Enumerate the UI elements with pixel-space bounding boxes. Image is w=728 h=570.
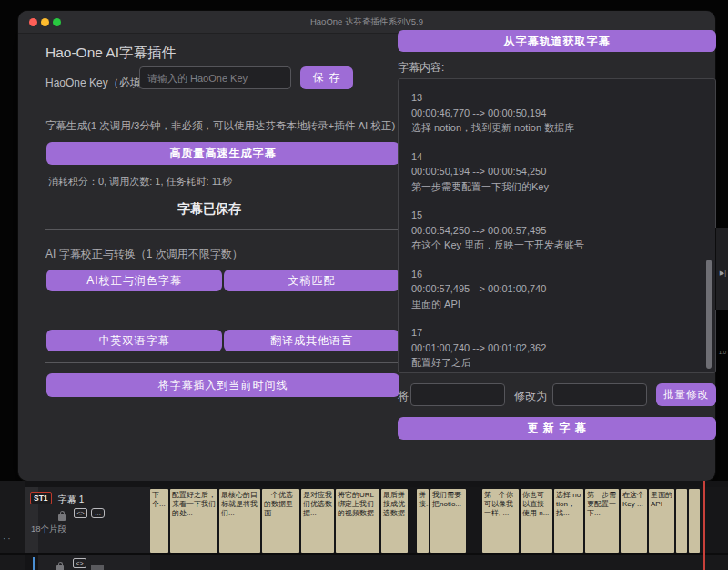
subtitle-content-label: 字幕内容: [398,60,444,76]
replace-prefix-label: 将 [398,389,409,404]
replace-middle-label: 修改为 [514,389,547,404]
timeline-clip[interactable]: 在这个 Key ... [621,489,647,553]
subtitle-list: 13 00:00:46,770 --> 00:00:50,194 选择 noti… [399,79,715,373]
timeline-gap [468,489,482,553]
background-zoom-value: 1.0 [719,350,726,355]
subtitle-entry: 17 00:01:00,740 --> 00:01:02,362 配置好了之后 [411,325,703,371]
timeline-clip[interactable]: 最后拼接成优选数据 [381,489,408,553]
subtitle-bubble-icon[interactable]: … [91,508,105,518]
plugin-window: HaoOne 达芬奇插件系列V5.9 Hao-One AI字幕插件 HaoOne… [18,11,715,481]
scrollbar-thumb[interactable] [706,260,712,369]
background-app-edge [715,228,728,310]
more-dots-icon: ·· [3,534,13,544]
fetch-from-track-button[interactable]: 从字幕轨道获取字幕 [398,30,716,52]
track-badge: ST1 [30,492,52,504]
bilingual-button[interactable]: 中英双语字幕 [46,330,222,351]
generate-note: 字幕生成(1 次调用/3分钟，非必须，可以使用达芬奇本地转录+插件 AI 校正) [46,119,400,133]
lock-icon[interactable] [58,508,66,524]
timeline-clip[interactable]: 最核心的目标就是将我们... [219,489,260,553]
divider [46,362,399,363]
timeline-clip[interactable]: 将它的URL绑定上我们的视频数据 [336,489,379,553]
insert-to-timeline-button[interactable]: 将字幕插入到当前时间线 [46,373,399,397]
timeline-clip[interactable]: 里面的 API [649,489,674,553]
second-track-header[interactable]: <> [38,555,150,570]
saved-status: 字幕已保存 [27,201,391,218]
subtitle-content-box[interactable]: 13 00:00:46,770 --> 00:00:50,194 选择 noti… [398,78,716,373]
subtitle-entry: 15 00:00:54,250 --> 00:00:57,495 在这个 Key… [411,208,703,253]
timeline-clip[interactable]: 第一个你可以像我一样, ... [482,489,519,553]
code-tags-icon[interactable]: <> [74,508,87,518]
save-button[interactable]: 保 存 [300,66,353,89]
subtitle-entry: 13 00:00:46,770 --> 00:00:50,194 选择 noti… [411,90,703,136]
ai-section-label: AI 字幕校正与转换（1 次调用不限字数） [46,247,243,262]
batch-modify-button[interactable]: 批量修改 [656,383,716,406]
update-subtitles-button[interactable]: 更 新 字 幕 [398,417,716,440]
clip-count: 18个片段 [31,524,66,535]
track-lane [150,555,728,570]
timeline-clip[interactable]: 下一个... [150,489,168,553]
lock-icon[interactable] [56,559,64,570]
subtitle-entry: 16 00:00:57,495 --> 00:01:00,740 里面的 API [411,267,703,312]
usage-stats: 消耗积分：0, 调用次数: 1, 任务耗时: 11秒 [48,175,232,188]
replace-to-input[interactable] [552,383,647,406]
timeline-clip[interactable]: 你也可以直接使用 n... [521,489,552,553]
timeline-clip[interactable] [676,489,687,553]
generate-subtitles-button[interactable]: 高质量高速生成字幕 [46,142,399,165]
filmstrip-icon[interactable] [91,559,104,570]
script-match-button[interactable]: 文稿匹配 [224,270,399,291]
timeline-clip[interactable]: 配置好之后，来看一下我们的处... [170,489,217,553]
track-selection-accent [33,557,35,570]
timeline-clip[interactable]: 选择 notion，找... [554,489,583,553]
replace-from-input[interactable] [410,383,505,406]
key-label: HaoOne Key（必填） [46,76,152,91]
subtitle-clips-row: 下一个...配置好之后，来看一下我们的处...最核心的目标就是将我们...一个优… [150,489,702,553]
playhead[interactable] [703,481,705,570]
play-to-end-icon: ▶| [720,270,726,277]
code-tags-icon[interactable]: <> [73,558,86,568]
divider [46,229,399,230]
timeline-gap [410,489,417,553]
timeline-clip[interactable] [689,489,700,553]
ai-correct-button[interactable]: AI校正与润色字幕 [46,270,222,291]
track-name: 字幕 1 [58,494,84,506]
subtitle-track-header[interactable]: ST1 字幕 1 <> … 18个片段 [38,487,150,553]
timeline-clip[interactable]: 是对应我们优选数据... [301,489,334,553]
page-title: Hao-One AI字幕插件 [46,44,176,63]
translate-button[interactable]: 翻译成其他语言 [224,330,399,351]
timeline-clip[interactable]: 第一步需要配置一下... [585,489,619,553]
haoone-key-input[interactable] [139,66,291,89]
timeline-clip[interactable]: 一个优选的数据里面 [262,489,299,553]
subtitle-entry: 14 00:00:50,194 --> 00:00:54,250 第一步需要配置… [411,149,703,195]
timeline-clip[interactable]: 我们需要把notio... [430,489,466,553]
timeline-panel: ·· ST1 字幕 1 <> … 18个片段 下一个...配置好之后，来看一下我… [0,481,728,570]
window-title: HaoOne 达芬奇插件系列V5.9 [18,16,715,28]
timeline-left-toolbar [0,481,25,570]
timeline-clip[interactable]: 拼接... [417,489,429,553]
